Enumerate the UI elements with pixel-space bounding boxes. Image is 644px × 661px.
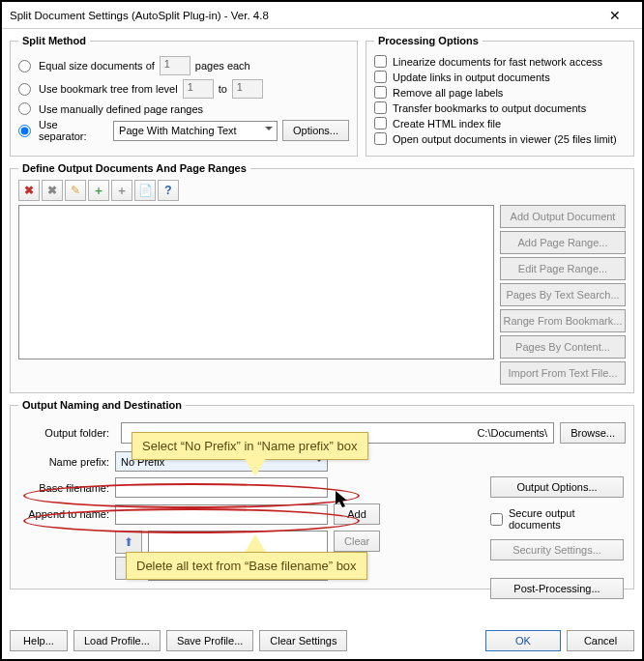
clear-settings-button[interactable]: Clear Settings	[259, 630, 347, 651]
add-output-document-button[interactable]: Add Output Document	[500, 205, 626, 228]
split-method-legend: Split Method	[18, 35, 90, 46]
callout-prefix-pointer	[244, 457, 267, 476]
add-green-icon[interactable]: ＋	[88, 180, 109, 201]
radio-equal-size[interactable]	[18, 60, 31, 72]
callout-prefix: Select “No Prefix” in “Name prefix” box	[132, 432, 368, 460]
label-update-links: Update links in output documents	[393, 72, 550, 83]
processing-legend: Processing Options	[374, 35, 483, 46]
output-options-button[interactable]: Output Options...	[490, 476, 624, 498]
radio-separator[interactable]	[18, 125, 31, 137]
append-add-button[interactable]: Add	[334, 503, 380, 525]
add-page-range-button[interactable]: Add Page Range...	[500, 231, 626, 254]
base-filename-label: Base filename:	[18, 482, 115, 494]
delete-icon[interactable]: ✖	[18, 180, 40, 201]
output-folder-label: Output folder:	[40, 427, 115, 439]
post-processing-button[interactable]: Post-Processing...	[490, 578, 624, 599]
bookmark-from-input[interactable]: 1	[183, 79, 214, 99]
check-update-links[interactable]	[374, 71, 387, 83]
save-profile-button[interactable]: Save Profile...	[166, 630, 253, 651]
edit-icon[interactable]: ✎	[65, 180, 86, 201]
processing-options-group: Processing Options Linearize documents f…	[366, 35, 634, 157]
range-from-bookmark-button[interactable]: Range From Bookmark...	[500, 309, 626, 332]
label-manual: Use manually defined page ranges	[39, 103, 203, 115]
label-bookmark: Use bookmark tree from level	[39, 83, 178, 95]
define-legend: Define Output Documents And Page Ranges	[18, 162, 250, 174]
label-open-viewer: Open output documents in viewer (25 file…	[393, 133, 617, 145]
callout-base: Delete all text from “Base filename” box	[126, 552, 367, 580]
output-legend: Output Naming and Destination	[18, 399, 186, 411]
check-remove-labels[interactable]	[374, 86, 387, 99]
check-secure-output[interactable]	[490, 513, 503, 526]
label-equal-suffix: pages each	[195, 60, 250, 72]
separator-dropdown[interactable]: Page With Matching Text	[113, 121, 278, 141]
label-bookmark-to: to	[219, 83, 227, 95]
security-settings-button[interactable]: Security Settings...	[490, 539, 624, 560]
label-linearize: Linearize documents for fast network acc…	[393, 56, 602, 68]
base-filename-input[interactable]	[115, 477, 328, 498]
help-button[interactable]: Help...	[10, 630, 68, 651]
append-input[interactable]	[115, 504, 328, 525]
close-icon[interactable]: ✕	[596, 5, 634, 26]
bookmark-to-input[interactable]: 1	[232, 79, 263, 99]
split-method-group: Split Method Equal size documents of 1 p…	[10, 35, 358, 157]
define-output-group: Define Output Documents And Page Ranges …	[10, 162, 634, 393]
label-create-html: Create HTML index file	[393, 118, 501, 129]
load-profile-button[interactable]: Load Profile...	[73, 630, 161, 651]
move-up-button[interactable]: ⬆	[115, 531, 142, 554]
cancel-button[interactable]: Cancel	[567, 630, 634, 651]
check-open-viewer[interactable]	[374, 132, 387, 145]
radio-bookmark[interactable]	[18, 83, 31, 96]
label-transfer-bookmarks: Transfer bookmarks to output documents	[393, 102, 586, 114]
delete-all-icon[interactable]: ✖	[42, 180, 63, 201]
label-equal-size: Equal size documents of	[39, 60, 155, 72]
label-separator: Use separator:	[39, 119, 108, 142]
equal-pages-input[interactable]: 1	[160, 56, 190, 75]
edit-page-range-button[interactable]: Edit Page Range...	[500, 257, 626, 280]
import-from-text-button[interactable]: Import From Text File...	[500, 361, 626, 385]
radio-manual[interactable]	[18, 102, 31, 115]
add-grey-icon[interactable]: ＋	[111, 180, 132, 201]
check-linearize[interactable]	[374, 55, 387, 68]
output-documents-list[interactable]	[18, 205, 494, 359]
append-label: Append to name:	[18, 508, 115, 520]
ok-button[interactable]: OK	[485, 630, 561, 651]
separator-options-button[interactable]: Options...	[282, 120, 349, 141]
append-clear-button[interactable]: Clear	[334, 531, 380, 552]
check-create-html[interactable]	[374, 117, 387, 129]
label-secure-output: Secure output documents	[509, 507, 624, 531]
callout-base-pointer	[244, 534, 267, 554]
help-icon[interactable]: ?	[158, 180, 179, 201]
pages-by-text-search-button[interactable]: Pages By Text Search...	[500, 283, 626, 306]
window-title: Split Document Settings (AutoSplit Plug-…	[10, 10, 596, 21]
label-remove-labels: Remove all page labels	[393, 87, 503, 99]
import-icon[interactable]: 📄	[134, 180, 156, 201]
pages-by-content-button[interactable]: Pages By Content...	[500, 335, 626, 359]
name-prefix-label: Name prefix:	[18, 456, 115, 468]
browse-button[interactable]: Browse...	[560, 422, 626, 444]
check-transfer-bookmarks[interactable]	[374, 101, 387, 114]
